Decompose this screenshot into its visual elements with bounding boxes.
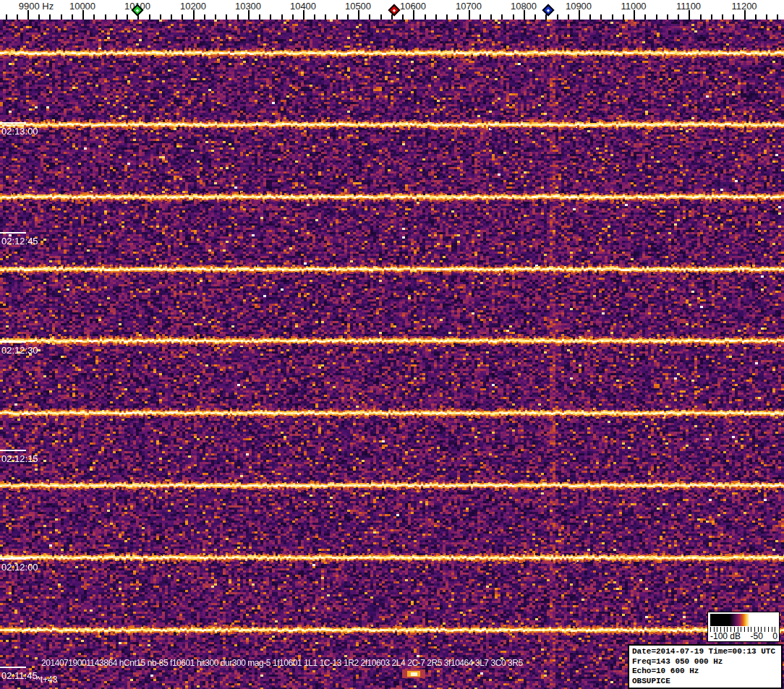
time-label: 02:12:45 <box>1 236 38 247</box>
freq-minor-tick <box>292 14 294 20</box>
freq-label: 10600 <box>400 1 426 12</box>
time-label: 02:11:45 <box>1 670 38 681</box>
freq-minor-tick <box>259 14 260 20</box>
freq-minor-tick <box>61 14 62 20</box>
time-label: 02:12:30 <box>1 345 38 356</box>
freq-minor-tick <box>435 14 437 20</box>
freq-minor-tick <box>600 14 602 20</box>
observation-info-box: Date=2014-07-19 Time=00:13 UTC Freq=143 … <box>628 644 783 689</box>
freq-minor-tick <box>700 14 702 20</box>
freq-minor-tick <box>425 14 426 20</box>
time-tick <box>0 558 26 560</box>
spectrogram-window: 9900 Hz100001010010200103001040010500106… <box>0 0 784 689</box>
freq-label: 10500 <box>345 1 371 12</box>
info-date-time: Date=2014-07-19 Time=00:13 UTC <box>632 647 781 657</box>
colorbar-label-mid: -50 <box>751 632 763 641</box>
colorbar-label-max: 0 <box>772 632 777 641</box>
freq-minor-tick <box>557 14 558 20</box>
freq-label: 11000 <box>621 1 646 12</box>
blue-diamond-marker-icon[interactable] <box>542 4 555 17</box>
freq-minor-tick <box>644 14 646 20</box>
freq-minor-tick <box>38 14 40 20</box>
freq-minor-tick <box>105 14 106 20</box>
freq-label: 11200 <box>731 1 757 12</box>
freq-minor-tick <box>93 14 95 20</box>
time-tick <box>0 450 26 451</box>
freq-minor-tick <box>369 14 370 20</box>
frequency-ruler[interactable]: 9900 Hz100001010010200103001040010500106… <box>0 0 784 20</box>
freq-minor-tick <box>589 14 591 20</box>
spectrogram-canvas <box>0 20 784 689</box>
cursor-time-note: ^t+43 <box>36 675 57 685</box>
freq-minor-tick <box>568 14 569 20</box>
freq-minor-tick <box>446 14 448 20</box>
freq-minor-tick <box>226 14 227 20</box>
red-diamond-marker-icon[interactable] <box>388 4 401 17</box>
detection-annotation: 20140719001143864 hCnt15 nb-85 f10601 hi… <box>41 658 523 668</box>
time-label: 02:13:00 <box>1 126 38 137</box>
freq-minor-tick <box>314 14 315 20</box>
freq-label: 10200 <box>180 1 206 12</box>
freq-minor-tick <box>678 14 679 20</box>
freq-minor-tick <box>480 14 481 20</box>
freq-minor-tick <box>380 14 382 20</box>
freq-minor-tick <box>149 14 150 20</box>
colorbar-labels: -100 dB -50 0 <box>710 632 777 641</box>
colorbar: -100 dB -50 0 <box>707 612 780 642</box>
info-frequency: Freq=143 050 000 Hz <box>632 657 781 667</box>
freq-minor-tick <box>777 14 778 20</box>
freq-minor-tick <box>402 14 404 20</box>
time-label: 02:12:15 <box>1 453 38 464</box>
freq-minor-tick <box>722 14 723 20</box>
freq-minor-tick <box>623 14 624 20</box>
freq-minor-tick <box>281 14 283 20</box>
colorbar-gradient-icon <box>710 614 777 626</box>
time-tick <box>0 122 26 124</box>
freq-minor-tick <box>656 14 657 20</box>
freq-minor-tick <box>49 14 51 20</box>
colorbar-label-min: -100 dB <box>710 632 741 641</box>
freq-minor-tick <box>237 14 239 20</box>
info-station: OBSUPICE <box>632 677 781 687</box>
freq-minor-tick <box>160 14 161 20</box>
freq-minor-tick <box>513 14 514 20</box>
info-echo: Echo=10 600 Hz <box>632 667 781 677</box>
freq-label: 9900 Hz <box>19 1 54 12</box>
time-label: 02:12:00 <box>1 562 38 573</box>
freq-minor-tick <box>171 14 172 20</box>
freq-minor-tick <box>490 14 492 20</box>
freq-minor-tick <box>612 14 613 20</box>
freq-minor-tick <box>127 14 128 20</box>
freq-label: 10900 <box>566 1 592 12</box>
freq-label: 10800 <box>511 1 537 12</box>
freq-label: 10400 <box>290 1 316 12</box>
time-tick <box>0 232 26 234</box>
freq-minor-tick <box>667 14 668 20</box>
freq-minor-tick <box>766 14 767 20</box>
freq-minor-tick <box>336 14 338 20</box>
freq-minor-tick <box>6 14 7 20</box>
time-tick <box>0 341 26 343</box>
freq-minor-tick <box>182 14 183 20</box>
freq-minor-tick <box>215 14 216 20</box>
freq-minor-tick <box>711 14 712 20</box>
freq-minor-tick <box>17 14 18 20</box>
freq-minor-tick <box>116 14 117 20</box>
freq-minor-tick <box>457 14 459 20</box>
freq-minor-tick <box>347 14 349 20</box>
freq-minor-tick <box>733 14 734 20</box>
freq-minor-tick <box>534 14 536 20</box>
freq-label: 10000 <box>69 1 95 12</box>
time-tick <box>0 667 26 668</box>
freq-minor-tick <box>325 14 326 20</box>
freq-minor-tick <box>501 14 503 20</box>
freq-label: 10700 <box>456 1 482 12</box>
freq-minor-tick <box>72 14 73 20</box>
freq-minor-tick <box>270 14 271 20</box>
freq-label: 11100 <box>676 1 701 12</box>
freq-minor-tick <box>755 14 757 20</box>
freq-minor-tick <box>204 14 205 20</box>
freq-label: 10300 <box>235 1 261 12</box>
